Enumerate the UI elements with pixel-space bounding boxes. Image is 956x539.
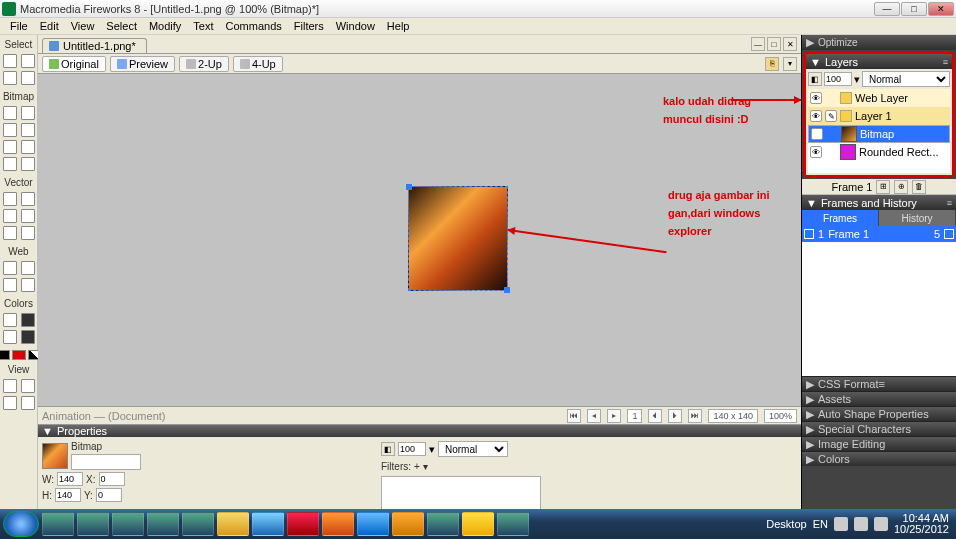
menu-modify[interactable]: Modify bbox=[143, 19, 187, 33]
hide-slice-tool[interactable] bbox=[3, 278, 17, 292]
visibility-icon[interactable]: 👁 bbox=[810, 92, 822, 104]
menu-text[interactable]: Text bbox=[187, 19, 219, 33]
taskbar-item[interactable] bbox=[497, 512, 529, 536]
taskbar-item[interactable] bbox=[147, 512, 179, 536]
specialchars-accordion[interactable]: ▶Special Characters bbox=[802, 421, 956, 436]
canvas-dims[interactable]: 140 x 140 bbox=[708, 409, 758, 423]
rect-layer-row[interactable]: 👁 Rounded Rect... bbox=[808, 143, 950, 161]
panel-menu-icon[interactable]: ≡ bbox=[879, 378, 885, 390]
layers-header[interactable]: ▼Layers≡ bbox=[806, 54, 952, 69]
document-tab[interactable]: Untitled-1.png* bbox=[42, 38, 147, 53]
fill-swatch[interactable] bbox=[21, 330, 35, 344]
frame-selector[interactable]: Frame 1 ⊞ ⊕ 🗑 bbox=[802, 179, 956, 195]
next-page-button[interactable]: ⏵ bbox=[668, 409, 682, 423]
play-button[interactable]: ▸ bbox=[607, 409, 621, 423]
taskbar-item[interactable] bbox=[252, 512, 284, 536]
taskbar-item[interactable] bbox=[287, 512, 319, 536]
properties-header[interactable]: ▼Properties bbox=[38, 425, 801, 437]
width-input[interactable] bbox=[57, 472, 83, 486]
filters-add-button[interactable]: + ▾ bbox=[414, 461, 428, 472]
visibility-icon[interactable]: 👁 bbox=[810, 110, 822, 122]
maximize-button[interactable]: □ bbox=[901, 2, 927, 16]
close-button[interactable]: ✕ bbox=[928, 2, 954, 16]
clock-date[interactable]: 10/25/2012 bbox=[894, 524, 949, 535]
bitmap-layer-row[interactable]: 👁 Bitmap bbox=[808, 125, 950, 143]
frame-nav-icon[interactable]: ⊞ bbox=[876, 180, 890, 194]
taskbar-item[interactable] bbox=[427, 512, 459, 536]
no-color[interactable] bbox=[12, 350, 26, 360]
doc-minimize[interactable]: — bbox=[751, 37, 765, 51]
taskbar-item[interactable] bbox=[392, 512, 424, 536]
wand-tool[interactable] bbox=[3, 123, 17, 137]
menu-view[interactable]: View bbox=[65, 19, 101, 33]
layer-1-row[interactable]: 👁 ✎ Layer 1 bbox=[808, 107, 950, 125]
menu-window[interactable]: Window bbox=[330, 19, 381, 33]
first-frame-button[interactable]: ⏮ bbox=[567, 409, 581, 423]
pencil-tool[interactable] bbox=[3, 140, 17, 154]
frame-end-icon[interactable] bbox=[944, 229, 954, 239]
last-frame-button[interactable]: ⏭ bbox=[688, 409, 702, 423]
object-name-input[interactable] bbox=[71, 454, 141, 470]
optimize-accordion[interactable]: ▶Optimize bbox=[802, 35, 956, 50]
menu-filters[interactable]: Filters bbox=[288, 19, 330, 33]
prev-frame-button[interactable]: ◂ bbox=[587, 409, 601, 423]
minimize-button[interactable]: — bbox=[874, 2, 900, 16]
subselect-tool[interactable] bbox=[21, 54, 35, 68]
options-button[interactable]: ▾ bbox=[783, 57, 797, 71]
canvas[interactable]: kalo udah didrag muncul disini :D drug a… bbox=[38, 74, 801, 406]
panel-menu-icon[interactable]: ≡ bbox=[943, 57, 948, 67]
colors-accordion[interactable]: ▶Colors bbox=[802, 451, 956, 466]
hotspot-tool[interactable] bbox=[3, 261, 17, 275]
line-tool[interactable] bbox=[3, 192, 17, 206]
blur-tool[interactable] bbox=[3, 157, 17, 171]
zoom-level[interactable]: 100% bbox=[764, 409, 797, 423]
start-button[interactable] bbox=[3, 511, 39, 537]
knife-tool[interactable] bbox=[21, 226, 35, 240]
menu-commands[interactable]: Commands bbox=[220, 19, 288, 33]
eraser-tool[interactable] bbox=[21, 140, 35, 154]
stroke-picker[interactable] bbox=[3, 313, 17, 327]
view-tab-preview[interactable]: Preview bbox=[110, 56, 175, 72]
imageediting-accordion[interactable]: ▶Image Editing bbox=[802, 436, 956, 451]
stamp-tool[interactable] bbox=[21, 157, 35, 171]
lang-indicator[interactable]: EN bbox=[813, 518, 828, 530]
taskbar-item[interactable] bbox=[322, 512, 354, 536]
fullscreen-tool[interactable] bbox=[21, 396, 35, 410]
visibility-icon[interactable]: 👁 bbox=[810, 146, 822, 158]
show-desktop[interactable]: Desktop bbox=[766, 518, 806, 530]
lasso-tool[interactable] bbox=[21, 106, 35, 120]
zoom-tool[interactable] bbox=[3, 396, 17, 410]
new-layer-icon[interactable]: ⊕ bbox=[894, 180, 908, 194]
delete-icon[interactable]: 🗑 bbox=[912, 180, 926, 194]
pointer-tool[interactable] bbox=[3, 54, 17, 68]
y-input[interactable] bbox=[96, 488, 122, 502]
lock-icon[interactable]: ✎ bbox=[825, 110, 837, 122]
stroke-swatch[interactable] bbox=[21, 313, 35, 327]
export-wizard-button[interactable]: ⎘ bbox=[765, 57, 779, 71]
marquee-tool[interactable] bbox=[3, 106, 17, 120]
taskbar-item[interactable] bbox=[77, 512, 109, 536]
layer-opacity-input[interactable] bbox=[824, 72, 852, 86]
doc-restore[interactable]: □ bbox=[767, 37, 781, 51]
crop-tool[interactable] bbox=[21, 71, 35, 85]
x-input[interactable] bbox=[99, 472, 125, 486]
tray-icon[interactable] bbox=[874, 517, 888, 531]
tray-icon[interactable] bbox=[834, 517, 848, 531]
view-tab-original[interactable]: Original bbox=[42, 56, 106, 72]
assets-accordion[interactable]: ▶Assets bbox=[802, 391, 956, 406]
frame-row[interactable]: 1 Frame 1 5 bbox=[802, 226, 956, 242]
taskbar-item[interactable] bbox=[357, 512, 389, 536]
frame-marker-icon[interactable] bbox=[804, 229, 814, 239]
standard-screen-tool[interactable] bbox=[3, 379, 17, 393]
taskbar-item[interactable] bbox=[182, 512, 214, 536]
web-layer-row[interactable]: 👁 Web Layer bbox=[808, 89, 950, 107]
blend-mode-select[interactable]: Normal bbox=[438, 441, 508, 457]
menu-file[interactable]: File bbox=[4, 19, 34, 33]
slice-tool[interactable] bbox=[21, 261, 35, 275]
rect-tool[interactable] bbox=[3, 209, 17, 223]
default-colors[interactable] bbox=[0, 350, 10, 360]
scale-tool[interactable] bbox=[3, 71, 17, 85]
css-format-accordion[interactable]: ▶CSS Format≡ bbox=[802, 376, 956, 391]
tray-icon[interactable] bbox=[854, 517, 868, 531]
opacity-input[interactable] bbox=[398, 442, 426, 456]
